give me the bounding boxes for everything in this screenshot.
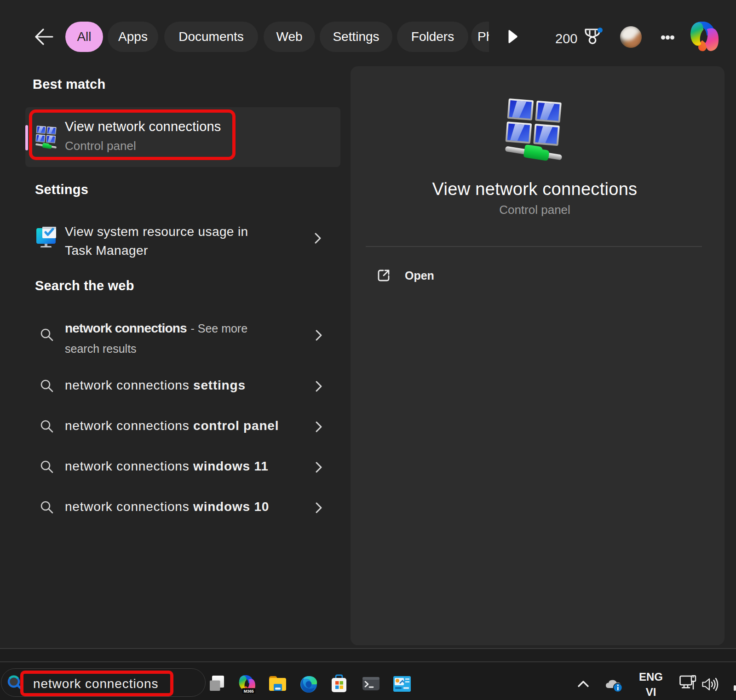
svg-text:M365: M365 (244, 689, 254, 694)
